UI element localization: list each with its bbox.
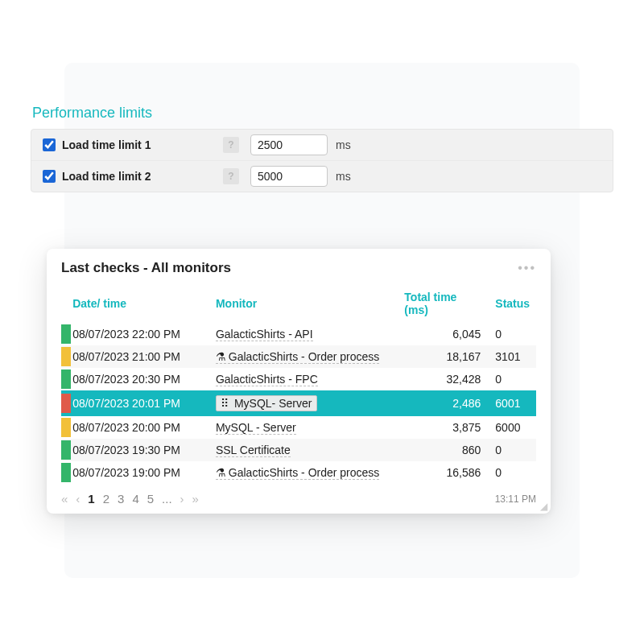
- table-row[interactable]: 08/07/2023 19:30 PMSSL Certificate8600: [61, 439, 536, 461]
- perf-row-2-checkbox[interactable]: [43, 170, 56, 183]
- table-row[interactable]: 08/07/2023 21:00 PM⚗ GalacticShirts - Or…: [61, 345, 536, 368]
- cell-time: 6,045: [404, 323, 485, 345]
- pager-last[interactable]: »: [192, 492, 199, 506]
- perf-row-1-label: Load time limit 1: [62, 138, 223, 151]
- monitor-name: GalacticShirts - FPC: [216, 373, 318, 386]
- perf-row-1-input[interactable]: [250, 134, 328, 155]
- pager-next[interactable]: ›: [180, 492, 184, 506]
- help-icon[interactable]: ?: [223, 168, 239, 184]
- cell-monitor[interactable]: SSL Certificate: [216, 439, 404, 461]
- performance-limits-title: Performance limits: [32, 105, 152, 122]
- table-row[interactable]: 08/07/2023 20:30 PMGalacticShirts - FPC3…: [61, 368, 536, 390]
- status-color-bar: [61, 394, 71, 413]
- cell-date: 08/07/2023 19:30 PM: [72, 439, 216, 461]
- pager-page[interactable]: 5: [147, 492, 154, 506]
- cell-status: 0: [485, 368, 536, 390]
- card-title: Last checks - All monitors: [61, 260, 231, 276]
- col-header-time[interactable]: Total time (ms): [404, 284, 485, 323]
- pager-page[interactable]: 4: [132, 492, 138, 506]
- cell-time: 32,428: [404, 368, 485, 390]
- status-color-bar: [61, 369, 71, 389]
- table-row[interactable]: 08/07/2023 22:00 PMGalacticShirts - API6…: [61, 323, 536, 345]
- monitor-name: GalacticShirts - Order process: [229, 350, 380, 363]
- cell-monitor[interactable]: ⚗ GalacticShirts - Order process: [216, 461, 404, 484]
- pager-page[interactable]: ...: [162, 492, 172, 506]
- pager-page[interactable]: 3: [118, 492, 124, 506]
- status-color-bar: [61, 418, 71, 437]
- cell-date: 08/07/2023 19:00 PM: [72, 461, 216, 484]
- pager: «‹12345...›» 13:11 PM: [61, 484, 536, 506]
- cell-date: 08/07/2023 22:00 PM: [72, 323, 216, 345]
- cell-status: 0: [485, 323, 536, 345]
- cell-time: 18,167: [404, 345, 485, 368]
- pager-first[interactable]: «: [61, 492, 68, 506]
- card-menu-icon[interactable]: •••: [518, 261, 536, 275]
- monitor-name: SSL Certificate: [216, 444, 291, 456]
- perf-row-1-checkbox[interactable]: [43, 138, 56, 151]
- pager-page[interactable]: 1: [88, 492, 94, 506]
- perf-row-2-label: Load time limit 2: [62, 170, 223, 183]
- cell-status: 3101: [485, 345, 536, 368]
- cell-monitor[interactable]: MySQL - Server: [216, 416, 404, 439]
- performance-limits-panel: Load time limit 1 ? ms Load time limit 2…: [31, 129, 613, 192]
- pager-page[interactable]: 2: [103, 492, 109, 506]
- pager-prev[interactable]: ‹: [76, 492, 80, 506]
- flask-icon: ⚗: [216, 466, 225, 479]
- perf-row-2-unit: ms: [336, 170, 351, 183]
- monitor-name: GalacticShirts - API: [216, 328, 313, 341]
- cell-time: 2,486: [404, 390, 485, 416]
- cell-monitor[interactable]: ⠿ MySQL- Server: [216, 390, 404, 416]
- cell-status: 0: [485, 439, 536, 461]
- perf-row-1-unit: ms: [336, 138, 351, 151]
- perf-row-2-input[interactable]: [250, 166, 328, 187]
- flask-icon: ⚗: [216, 350, 225, 363]
- help-icon[interactable]: ?: [223, 137, 239, 153]
- status-color-bar: [61, 463, 71, 482]
- cell-time: 16,586: [404, 461, 485, 484]
- pager-time: 13:11 PM: [495, 493, 536, 505]
- last-checks-table: Date/ time Monitor Total time (ms) Statu…: [61, 284, 536, 484]
- cell-status: 6001: [485, 390, 536, 416]
- cell-date: 08/07/2023 20:30 PM: [72, 368, 216, 390]
- cell-date: 08/07/2023 21:00 PM: [72, 345, 216, 368]
- status-color-bar: [61, 440, 71, 460]
- col-header-monitor[interactable]: Monitor: [216, 284, 404, 323]
- table-row[interactable]: 08/07/2023 20:01 PM⠿ MySQL- Server2,4866…: [61, 390, 536, 416]
- status-color-bar: [61, 347, 71, 366]
- col-header-date[interactable]: Date/ time: [72, 284, 216, 323]
- col-header-status[interactable]: Status: [485, 284, 536, 323]
- cell-status: 0: [485, 461, 536, 484]
- cell-status: 6000: [485, 416, 536, 439]
- cell-date: 08/07/2023 20:00 PM: [72, 416, 216, 439]
- cell-monitor[interactable]: GalacticShirts - FPC: [216, 368, 404, 390]
- table-row[interactable]: 08/07/2023 20:00 PMMySQL - Server3,87560…: [61, 416, 536, 439]
- monitor-name: GalacticShirts - Order process: [229, 466, 380, 479]
- monitor-name: MySQL - Server: [216, 421, 296, 434]
- table-row[interactable]: 08/07/2023 19:00 PM⚗ GalacticShirts - Or…: [61, 461, 536, 484]
- status-color-bar: [61, 324, 71, 344]
- cell-time: 3,875: [404, 416, 485, 439]
- cell-date: 08/07/2023 20:01 PM: [72, 390, 216, 416]
- grip-icon: ⠿: [220, 397, 229, 410]
- monitor-name: MySQL- Server: [234, 397, 312, 410]
- cell-monitor[interactable]: GalacticShirts - API: [216, 323, 404, 345]
- perf-row-2: Load time limit 2 ? ms: [31, 160, 613, 192]
- cell-monitor[interactable]: ⚗ GalacticShirts - Order process: [216, 345, 404, 368]
- perf-row-1: Load time limit 1 ? ms: [31, 130, 613, 160]
- resize-handle-icon[interactable]: ◢: [540, 501, 547, 512]
- last-checks-card: Last checks - All monitors ••• Date/ tim…: [47, 249, 551, 514]
- cell-time: 860: [404, 439, 485, 461]
